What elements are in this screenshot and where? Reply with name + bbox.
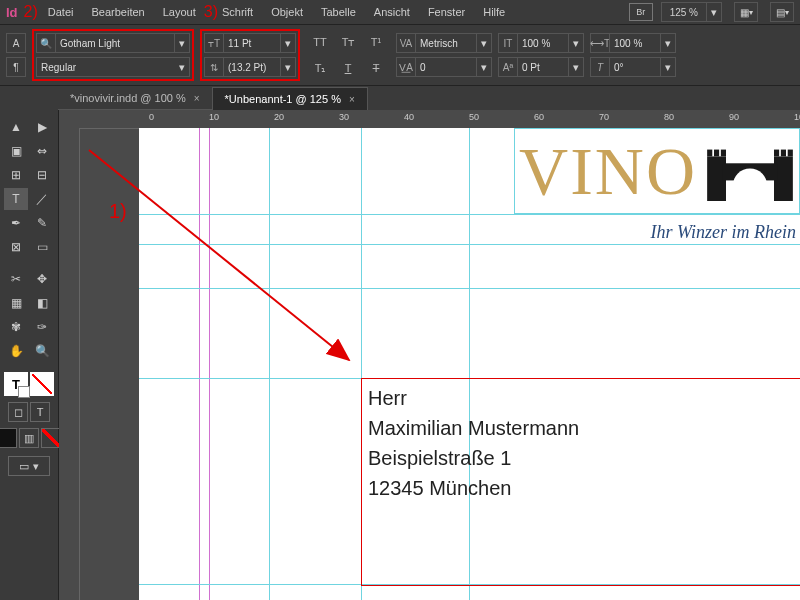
- font-family-value: Gotham Light: [55, 33, 175, 53]
- subscript-button[interactable]: T₁: [306, 57, 334, 79]
- pen-tool[interactable]: ✒: [4, 212, 28, 234]
- apply-none-icon[interactable]: [41, 428, 61, 448]
- font-size-combo[interactable]: ᴛT 11 Pt ▾: [204, 33, 296, 53]
- char-format-icon[interactable]: A: [6, 33, 26, 53]
- stroke-swatch[interactable]: [30, 372, 54, 396]
- free-transform-tool[interactable]: ✥: [30, 268, 54, 290]
- fill-swatch[interactable]: T: [4, 372, 28, 396]
- kerning-combo[interactable]: VAMetrisch▾: [396, 33, 492, 53]
- chevron-down-icon[interactable]: ▾: [281, 57, 296, 77]
- menu-table[interactable]: Tabelle: [313, 3, 364, 21]
- gap-tool[interactable]: ⇔: [30, 140, 54, 162]
- close-icon[interactable]: ×: [349, 94, 355, 105]
- vscale-combo[interactable]: IT100 %▾: [498, 33, 584, 53]
- scissors-tool[interactable]: ✂: [4, 268, 28, 290]
- close-icon[interactable]: ×: [194, 93, 200, 104]
- margin-guide: [199, 128, 200, 600]
- menu-edit[interactable]: Bearbeiten: [83, 3, 152, 21]
- font-size-icon: ᴛT: [204, 33, 223, 53]
- apply-color-icon[interactable]: [0, 428, 17, 448]
- menu-view[interactable]: Ansicht: [366, 3, 418, 21]
- addr-line: 12345 München: [368, 473, 800, 503]
- bridge-button[interactable]: Br: [629, 3, 653, 21]
- page[interactable]: VINO Ihr Winzer im Rhein Herr Maximilian…: [139, 128, 800, 600]
- arrange-button[interactable]: ▤▾: [770, 2, 794, 22]
- chevron-down-icon[interactable]: ▾: [175, 33, 190, 53]
- font-family-combo[interactable]: 🔍 Gotham Light ▾: [36, 33, 190, 53]
- font-size-value: 11 Pt: [223, 33, 281, 53]
- search-icon: 🔍: [36, 33, 55, 53]
- rectangle-frame-tool[interactable]: ⊠: [4, 236, 28, 258]
- menu-object[interactable]: Objekt: [263, 3, 311, 21]
- gradient-feather-tool[interactable]: ◧: [30, 292, 54, 314]
- content-collector-tool[interactable]: ⊞: [4, 164, 28, 186]
- superscript-button[interactable]: T¹: [362, 31, 390, 53]
- chevron-down-icon[interactable]: ▾: [706, 3, 721, 21]
- zoom-value: 125 %: [662, 7, 706, 18]
- font-style-combo[interactable]: Regular ▾: [36, 57, 190, 77]
- underline-button[interactable]: T: [334, 57, 362, 79]
- para-format-icon[interactable]: ¶: [6, 57, 26, 77]
- direct-selection-tool[interactable]: ▶: [30, 116, 54, 138]
- hscale-combo[interactable]: ⟷T100 %▾: [590, 33, 676, 53]
- line-tool[interactable]: ／: [30, 188, 54, 210]
- type-tool[interactable]: T: [4, 188, 28, 210]
- horizontal-ruler: 0 10 20 30 40 50 60 70 80 90 100: [79, 110, 800, 129]
- annotation-1: 1): [109, 200, 127, 223]
- addr-line: Beispielstraße 1: [368, 443, 800, 473]
- tab-vinovivir[interactable]: *vinovivir.indd @ 100 %×: [58, 87, 212, 110]
- zoom-level[interactable]: 125 % ▾: [661, 2, 722, 22]
- smallcaps-button[interactable]: Tᴛ: [334, 31, 362, 53]
- tagline-text[interactable]: Ihr Winzer im Rhein: [651, 222, 797, 243]
- eyedropper-tool[interactable]: ✑: [30, 316, 54, 338]
- selection-tool[interactable]: ▲: [4, 116, 28, 138]
- page-tool[interactable]: ▣: [4, 140, 28, 162]
- address-text-frame[interactable]: Herr Maximilian Mustermann Beispielstraß…: [361, 378, 800, 586]
- logo-text: VINO: [519, 137, 697, 205]
- strike-button[interactable]: T: [362, 57, 390, 79]
- castle-icon: [705, 141, 795, 201]
- content-placer-tool[interactable]: ⊟: [30, 164, 54, 186]
- menu-file[interactable]: Datei: [40, 3, 82, 21]
- tab-unbenannt[interactable]: *Unbenannt-1 @ 125 %×: [212, 87, 368, 110]
- rectangle-tool[interactable]: ▭: [30, 236, 54, 258]
- logo-frame[interactable]: VINO: [514, 128, 800, 214]
- chevron-down-icon[interactable]: ▾: [175, 57, 190, 77]
- hand-tool[interactable]: ✋: [4, 340, 28, 362]
- tool-panel: ▲▶ ▣⇔ ⊞⊟ T／ ✒✎ ⊠▭ ✂✥ ▦◧ ✾✑ ✋🔍 T ◻T ▥ ▭ ▾: [0, 110, 59, 600]
- menu-layout[interactable]: Layout: [155, 3, 204, 21]
- note-tool[interactable]: ✾: [4, 316, 28, 338]
- formatting-text-icon[interactable]: T: [30, 402, 50, 422]
- baseline-combo[interactable]: Aª0 Pt▾: [498, 57, 584, 77]
- svg-rect-4: [714, 150, 719, 157]
- tracking-icon: V͟A: [396, 57, 415, 77]
- guide: [269, 128, 270, 600]
- control-bar: A ¶ 🔍 Gotham Light ▾ Regular ▾ ᴛT 11 Pt …: [0, 25, 800, 86]
- canvas[interactable]: 0 10 20 30 40 50 60 70 80 90 100 VINO: [59, 110, 800, 600]
- menu-window[interactable]: Fenster: [420, 3, 473, 21]
- gradient-swatch-tool[interactable]: ▦: [4, 292, 28, 314]
- leading-value: (13.2 Pt): [223, 57, 281, 77]
- menu-type[interactable]: Schrift: [214, 3, 261, 21]
- apply-gradient-icon[interactable]: ▥: [19, 428, 39, 448]
- guide: [139, 244, 800, 245]
- baseline-icon: Aª: [498, 57, 517, 77]
- guide: [139, 214, 800, 215]
- menu-help[interactable]: Hilfe: [475, 3, 513, 21]
- tracking-combo[interactable]: V͟A0▾: [396, 57, 492, 77]
- chevron-down-icon[interactable]: ▾: [281, 33, 296, 53]
- formatting-container-icon[interactable]: ◻: [8, 402, 28, 422]
- app-icon: Id: [6, 5, 18, 20]
- leading-combo[interactable]: ⇅ (13.2 Pt) ▾: [204, 57, 296, 77]
- allcaps-button[interactable]: TT: [306, 31, 334, 53]
- view-mode-button[interactable]: ▭ ▾: [8, 456, 50, 476]
- screen-mode-button[interactable]: ▦▾: [734, 2, 758, 22]
- pencil-tool[interactable]: ✎: [30, 212, 54, 234]
- skew-combo[interactable]: T0°▾: [590, 57, 676, 77]
- leading-icon: ⇅: [204, 57, 223, 77]
- zoom-tool[interactable]: 🔍: [30, 340, 54, 362]
- svg-rect-8: [788, 150, 793, 157]
- font-style-value: Regular: [36, 57, 175, 77]
- fill-stroke-proxy[interactable]: T: [4, 372, 54, 396]
- svg-rect-3: [707, 150, 712, 157]
